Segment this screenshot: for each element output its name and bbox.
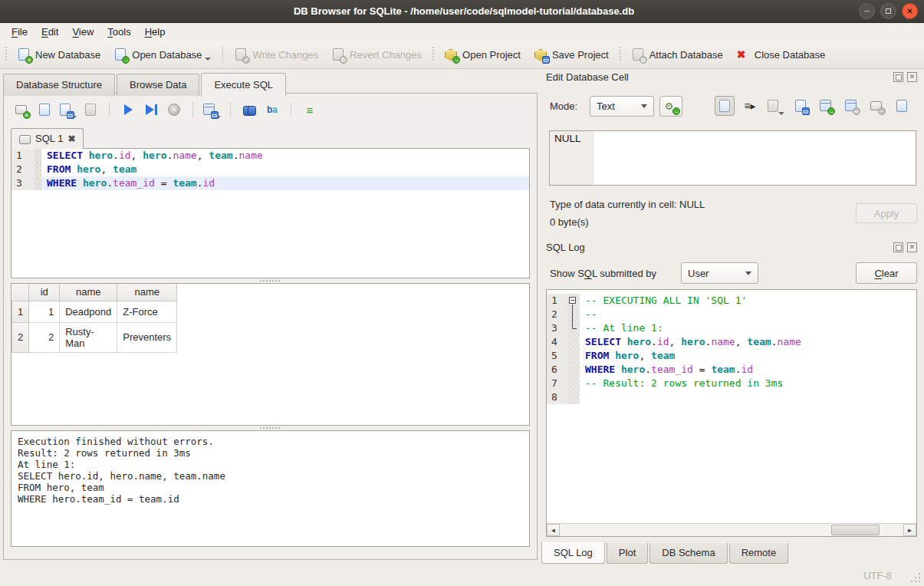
sql1-tab[interactable]: SQL 1 ✖ [11, 128, 84, 149]
fold-collapse-icon[interactable]: − [569, 297, 576, 304]
tab-remote[interactable]: Remote [729, 543, 789, 564]
print-cell-button[interactable] [892, 96, 912, 116]
encoding-indicator[interactable]: UTF-8 [863, 570, 892, 581]
cell-size-info: 0 byte(s) [550, 216, 589, 228]
code-line[interactable]: 8 [547, 390, 916, 404]
row-number[interactable]: 2 [12, 322, 29, 352]
export-cell-button[interactable]: → [816, 96, 836, 116]
code-line[interactable]: 3WHERE hero.team_id = team.id [12, 176, 529, 190]
clear-log-button[interactable]: Clear [856, 262, 917, 284]
tab-plot[interactable]: Plot [607, 543, 648, 564]
tab-sql-log[interactable]: SQL Log [541, 542, 605, 564]
export-results-button[interactable]: ▭ [202, 100, 222, 120]
code-text: -- At line 1: [580, 321, 916, 335]
mode-select[interactable]: Text [590, 96, 654, 117]
code-line[interactable]: 5FROM hero, team [547, 349, 916, 363]
table-cell[interactable]: Z-Force [117, 301, 177, 322]
code-line[interactable]: 7-- Result: 2 rows returned in 3ms [547, 377, 916, 390]
menu-view[interactable]: View [65, 24, 100, 40]
save-sql-file-button[interactable]: ▭ [58, 100, 77, 120]
close-panel-icon[interactable]: ✕ [907, 72, 917, 82]
apply-button: Apply [856, 203, 917, 223]
scrollbar-thumb[interactable] [831, 525, 880, 535]
code-line[interactable]: 2FROM hero, team [12, 163, 529, 176]
tab-execute-sql[interactable]: Execute SQL [201, 73, 286, 97]
toolbar-grip[interactable] [4, 47, 8, 62]
float-panel-icon[interactable] [893, 242, 903, 252]
find-replace-button[interactable]: ba [262, 100, 282, 120]
revert-changes-button: ↻ Revert Changes [325, 44, 429, 65]
close-button[interactable]: ✕ [902, 3, 918, 19]
toolbar-grip[interactable] [618, 47, 623, 62]
resize-grip[interactable] [911, 573, 921, 583]
table-cell[interactable]: 2 [29, 322, 60, 352]
execution-message[interactable]: Execution finished without errors. Resul… [11, 430, 530, 547]
close-panel-icon[interactable]: ✕ [907, 242, 917, 252]
save-icon [768, 100, 778, 112]
cell-value-editor[interactable]: NULL [549, 130, 916, 186]
code-line[interactable]: 6WHERE hero.team_id = team.id [547, 363, 916, 377]
save-project-button[interactable]: ▭ Save Project [528, 44, 616, 65]
code-line[interactable]: 1SELECT hero.id, hero.name, team.name [12, 149, 529, 163]
close-tab-icon[interactable]: ✖ [67, 133, 75, 144]
table-row: 22Rusty-ManPreventers [12, 322, 177, 352]
format-sql-button[interactable]: ≡ [300, 100, 320, 120]
minimize-button[interactable]: ─ [859, 3, 875, 19]
code-text: -- [580, 308, 916, 321]
auto-switch-mode-button[interactable]: ⚙→ [659, 96, 682, 117]
column-header-name[interactable]: name [60, 284, 117, 301]
import-cell-button[interactable]: ▭ [791, 96, 811, 116]
horizontal-scrollbar[interactable]: ◀ ▶ [547, 523, 916, 536]
column-header-id[interactable]: id [29, 284, 60, 301]
code-line[interactable]: 1−-- EXECUTING ALL IN 'SQL 1' [547, 294, 916, 308]
toolbar-grip[interactable] [431, 47, 436, 62]
scroll-left-icon[interactable]: ◀ [547, 524, 560, 536]
menu-tools[interactable]: Tools [100, 24, 137, 40]
maximize-button[interactable] [880, 3, 896, 19]
code-line[interactable]: 3-- At line 1: [547, 321, 916, 335]
new-sql-tab-button[interactable]: + [12, 100, 31, 120]
table-cell[interactable]: Deadpond [60, 301, 117, 322]
mode-label: Mode: [550, 100, 577, 112]
line-number: 3 [12, 176, 35, 190]
find-button[interactable] [239, 100, 259, 120]
title-bar: DB Browser for SQLite - /home/user/code/… [0, 0, 924, 23]
open-project-button[interactable]: → Open Project [438, 44, 528, 65]
attach-database-button[interactable]: ⊙ Attach Database [625, 44, 730, 65]
save-project-icon: ▭ [534, 48, 547, 61]
word-wrap-button[interactable]: ≡▸ [740, 96, 760, 116]
table-cell[interactable]: Rusty-Man [60, 322, 117, 352]
sql-log-view[interactable]: 1−-- EXECUTING ALL IN 'SQL 1'2--3-- At l… [546, 289, 917, 537]
float-panel-icon[interactable] [893, 72, 903, 82]
code-line[interactable]: 4SELECT hero.id, hero.name, team.name [547, 335, 916, 349]
open-in-app-button[interactable]: ∞ [841, 96, 861, 116]
open-sql-file-button[interactable] [35, 100, 54, 120]
scroll-right-icon[interactable]: ▶ [903, 524, 916, 536]
table-cell[interactable]: 1 [29, 301, 60, 322]
print-sql-button[interactable] [81, 100, 100, 120]
menu-file[interactable]: File [5, 24, 35, 40]
row-number[interactable]: 1 [12, 301, 29, 322]
text-view-button[interactable] [715, 96, 735, 116]
new-database-button[interactable]: + New Database [11, 44, 107, 65]
fold-margin [567, 390, 580, 404]
table-cell[interactable]: Preventers [117, 322, 177, 352]
menu-help[interactable]: Help [138, 24, 173, 40]
tab-database-structure[interactable]: Database Structure [3, 74, 115, 96]
menu-edit[interactable]: Edit [35, 24, 65, 40]
open-database-button[interactable]: → Open Database [107, 44, 218, 65]
set-null-button: − [866, 96, 886, 116]
line-number: 1 [547, 294, 567, 308]
column-header-name[interactable]: name [117, 284, 177, 301]
execute-current-line-button[interactable] [141, 100, 161, 120]
sql-editor[interactable]: 1SELECT hero.id, hero.name, team.name2FR… [11, 148, 530, 278]
execute-all-button[interactable] [118, 100, 138, 120]
tab-db-schema[interactable]: DB Schema [649, 543, 727, 564]
open-database-dropdown-icon[interactable] [205, 58, 211, 61]
sql-source-select[interactable]: User [681, 262, 758, 284]
tab-browse-data[interactable]: Browse Data [117, 74, 199, 96]
close-database-button[interactable]: ✖ Close Database [730, 44, 833, 65]
chevron-down-icon [641, 104, 647, 108]
fold-margin: − [567, 294, 580, 308]
code-line[interactable]: 2-- [547, 308, 916, 321]
